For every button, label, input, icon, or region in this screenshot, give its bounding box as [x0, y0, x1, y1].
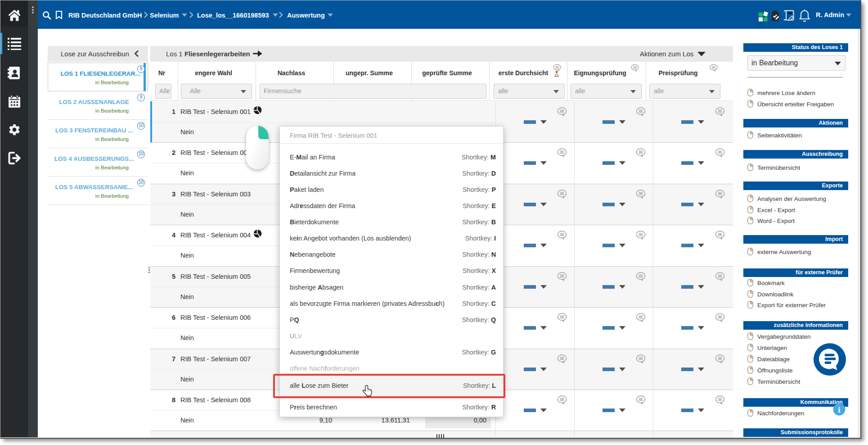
svg-text:i: i — [838, 405, 840, 414]
